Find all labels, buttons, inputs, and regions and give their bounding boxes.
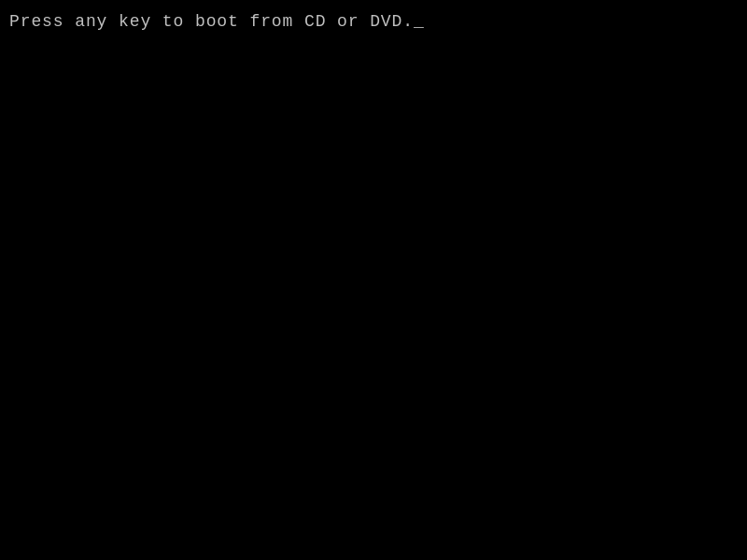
boot-screen: Press any key to boot from CD or DVD._	[0, 0, 747, 560]
cursor-blink: _	[414, 12, 425, 31]
boot-prompt-text: Press any key to boot from CD or DVD._	[9, 12, 425, 31]
boot-message-label: Press any key to boot from CD or DVD.	[9, 12, 414, 31]
